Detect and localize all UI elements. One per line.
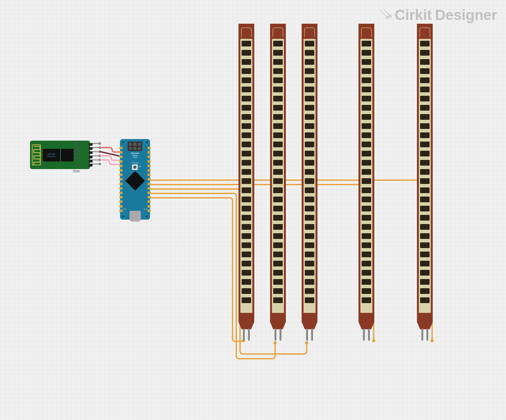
- flex-sensor-body: [238, 39, 254, 313]
- flex-sensor-bottom: [358, 313, 374, 329]
- flex-sensor-bottom: [302, 313, 317, 329]
- flex-sensor-pins[interactable]: [362, 329, 371, 341]
- hc05-bluetooth-module[interactable]: HC-05 Bluetooth: [30, 141, 90, 169]
- hc05-antenna: [32, 144, 41, 165]
- watermark-product: Designer: [435, 6, 497, 23]
- hc05-main-chip: HC-05 Bluetooth: [43, 149, 60, 161]
- nano-reset-button[interactable]: [132, 164, 138, 170]
- flex-sensor-bottom: [238, 313, 254, 329]
- cirkit-logo-icon: [378, 8, 392, 22]
- hc05-state-label: State: [73, 169, 80, 173]
- svg-point-2: [386, 16, 389, 19]
- nano-board-label: ARDUINO NANO V3.0: [120, 152, 150, 159]
- flex-sensor-bottom: [270, 313, 286, 329]
- hc05-pin-labels: Key VCC GND TXD RXD: [74, 141, 81, 160]
- nano-year-label: 2009: [143, 208, 148, 210]
- watermark-logo: Cirkit Designer: [378, 6, 497, 23]
- flex-sensor-top: [238, 24, 254, 39]
- flex-sensor-pins[interactable]: [420, 329, 430, 341]
- nano-right-pins[interactable]: [148, 147, 151, 212]
- nano-country-label: USA: [123, 208, 126, 210]
- flex-sensor-body: [302, 39, 317, 313]
- flex-sensor-2[interactable]: [270, 24, 286, 341]
- flex-sensor-top: [417, 24, 433, 39]
- nano-left-pins[interactable]: [119, 147, 123, 212]
- nano-tx-rx-labels: Tx Rx pwr: [120, 162, 150, 164]
- flex-sensor-body: [270, 39, 286, 313]
- flex-sensor-body: [417, 39, 433, 313]
- watermark-brand: Cirkit: [395, 6, 432, 23]
- flex-sensor-top: [270, 24, 286, 39]
- hc05-pin-header: [89, 143, 94, 167]
- flex-sensor-4[interactable]: [358, 24, 374, 341]
- hc05-secondary-chip: [61, 149, 74, 161]
- flex-sensor-3[interactable]: [302, 24, 317, 341]
- flex-sensor-1[interactable]: [238, 24, 254, 341]
- flex-sensor-top: [302, 24, 317, 39]
- nano-usb-port: [130, 211, 141, 222]
- flex-sensor-pins[interactable]: [273, 329, 283, 341]
- arduino-nano[interactable]: ARDUINO NANO V3.0 Tx Rx pwr RST USA 2009: [120, 139, 150, 220]
- flex-sensor-5[interactable]: [417, 24, 433, 341]
- svg-point-3: [389, 15, 392, 17]
- flex-sensor-top: [358, 24, 374, 39]
- nano-mcu-chip: [125, 171, 145, 191]
- flex-sensor-bottom: [417, 313, 433, 329]
- flex-sensor-pins[interactable]: [242, 329, 251, 341]
- nano-rst-label: RST: [138, 166, 142, 167]
- nano-icsp-header: [128, 142, 142, 151]
- flex-sensor-pins[interactable]: [305, 329, 314, 341]
- flex-sensor-body: [358, 39, 374, 313]
